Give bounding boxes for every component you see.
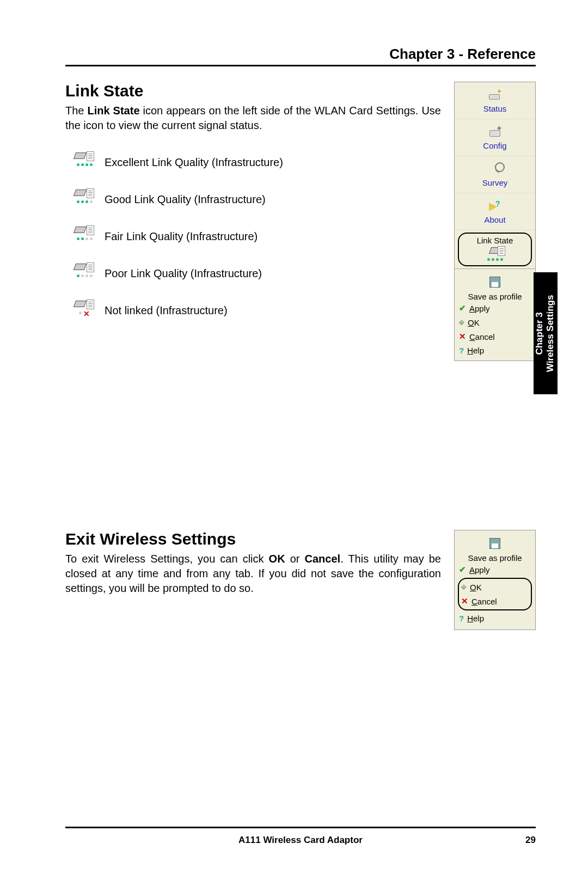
sidebar-item-label: Survey	[457, 178, 533, 187]
text: or	[285, 553, 305, 565]
status-icon	[457, 85, 533, 103]
close-icon: ✕	[459, 332, 466, 341]
help-icon: ?	[459, 614, 464, 623]
sidebar-item-survey[interactable]: Survey	[455, 156, 535, 193]
exit-text: To exit Wireless Settings, you can click…	[65, 552, 441, 596]
text: H	[467, 614, 473, 623]
save-as-profile[interactable]: Save as profile	[458, 273, 532, 301]
help-icon: ?	[459, 346, 464, 355]
check-icon: ✔	[459, 303, 466, 313]
signal-icon	[70, 262, 99, 284]
list-item-label: Not linked (Infrastructure)	[105, 304, 228, 317]
help-button[interactable]: ?Help	[458, 612, 532, 625]
save-icon	[458, 273, 532, 291]
sidebar-item-config[interactable]: Config	[455, 119, 535, 156]
text: C	[471, 597, 477, 606]
text-bold: Cancel	[305, 553, 341, 565]
cancel-button[interactable]: ✕Cancel	[460, 594, 530, 608]
signal-icon	[70, 151, 99, 173]
footer-product: A111 Wireless Card Adaptor	[238, 835, 363, 846]
list-item-label: Poor Link Quality (Infrastructure)	[105, 267, 262, 280]
wlan-sidebar: Status Config Survey About Link State	[454, 82, 536, 361]
list-item-label: Good Link Quality (Infrastructure)	[105, 193, 266, 206]
close-icon: ✕	[461, 596, 468, 606]
sidebar-link-state: Link State	[458, 233, 532, 266]
sidebar-item-label: Save as profile	[458, 292, 532, 301]
link-state-bold: Link State	[87, 105, 139, 117]
side-tab-line2: Wireless Settings	[546, 295, 556, 372]
ok-button[interactable]: ⎆OK	[458, 315, 532, 329]
link-quality-list: Excellent Link Quality (Infrastructure) …	[65, 151, 441, 321]
signal-icon	[70, 225, 99, 247]
footer-page-number: 29	[525, 835, 536, 846]
text: H	[467, 346, 473, 355]
exit-title: Exit Wireless Settings	[65, 530, 441, 548]
page-footer: A111 Wireless Card Adaptor 29	[65, 827, 536, 846]
link-state-intro: The Link State icon appears on the left …	[65, 103, 441, 133]
save-icon	[458, 535, 532, 552]
text-bold: OK	[269, 553, 285, 565]
survey-icon	[457, 160, 533, 177]
text: A	[469, 565, 475, 575]
about-icon	[457, 197, 533, 214]
text: To exit Wireless Settings, you can click	[65, 553, 269, 565]
sidebar-item-label: Status	[457, 104, 533, 113]
text: A	[469, 304, 475, 313]
ok-icon: ⎆	[459, 317, 464, 327]
sidebar-item-label: Save as profile	[458, 553, 532, 563]
signal-icon	[460, 246, 530, 256]
list-item: Poor Link Quality (Infrastructure)	[70, 262, 441, 284]
chapter-header: Chapter 3 - Reference	[65, 46, 536, 66]
save-as-profile[interactable]: Save as profile	[458, 535, 532, 563]
signal-icon: ✕	[70, 300, 99, 321]
text: O	[468, 318, 474, 327]
help-button[interactable]: ?Help	[458, 344, 532, 357]
cancel-button[interactable]: ✕Cancel	[458, 329, 532, 344]
link-state-title: Link State	[65, 82, 441, 100]
check-icon: ✔	[459, 565, 466, 575]
list-item: ✕ Not linked (Infrastructure)	[70, 300, 441, 321]
sidebar-item-status[interactable]: Status	[455, 82, 535, 119]
list-item-label: Fair Link Quality (Infrastructure)	[105, 230, 258, 243]
text: The	[65, 105, 87, 117]
sidebar-item-about[interactable]: About	[455, 193, 535, 230]
sidebar-item-label: Config	[457, 141, 533, 150]
ok-icon: ⎆	[461, 582, 467, 592]
signal-icon	[70, 188, 99, 210]
sidebar-item-label: About	[457, 215, 533, 224]
side-tab-line1: Chapter 3	[535, 295, 546, 372]
text: C	[469, 332, 475, 341]
ok-button[interactable]: ⎆OK	[460, 580, 530, 594]
link-state-label: Link State	[460, 236, 530, 245]
list-item: Good Link Quality (Infrastructure)	[70, 188, 441, 210]
list-item: Fair Link Quality (Infrastructure)	[70, 225, 441, 247]
list-item-label: Excellent Link Quality (Infrastructure)	[105, 156, 283, 169]
exit-sidebar: Save as profile ✔Apply ⎆OK ✕Cancel ?Help	[454, 530, 536, 630]
apply-button[interactable]: ✔Apply	[458, 563, 532, 577]
list-item: Excellent Link Quality (Infrastructure)	[70, 151, 441, 173]
config-icon	[457, 123, 533, 140]
chapter-side-tab: Chapter 3 Wireless Settings	[534, 272, 558, 394]
apply-button[interactable]: ✔Apply	[458, 301, 532, 315]
text: O	[470, 583, 476, 592]
